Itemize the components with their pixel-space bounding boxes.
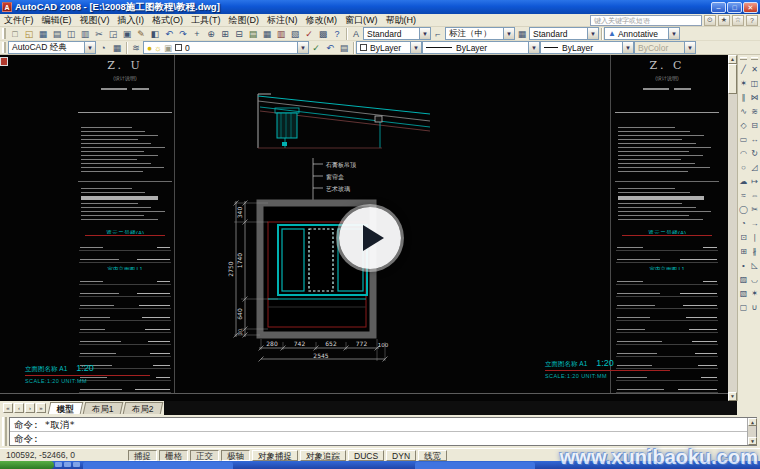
tab-model[interactable]: 模型 — [48, 402, 84, 414]
chevron-down-icon[interactable]: ▼ — [528, 42, 539, 53]
status-toggle[interactable]: 正交 — [190, 450, 219, 461]
quicklaunch-icon[interactable] — [73, 462, 80, 467]
construction-line-icon[interactable]: ✶ — [738, 76, 749, 90]
command-scrollbar[interactable]: ▲ ▼ — [747, 418, 756, 445]
status-toggle[interactable]: 对象捕捉 — [252, 450, 298, 461]
fillet-icon[interactable]: ◡ — [749, 272, 760, 286]
point-icon[interactable]: • — [738, 258, 749, 272]
communication-center-icon[interactable]: ★ — [718, 15, 730, 26]
chevron-down-icon[interactable]: ▼ — [503, 28, 514, 39]
designcenter-icon[interactable]: ▦ — [260, 27, 274, 40]
cut-icon[interactable]: ✂ — [92, 27, 106, 40]
tab-layout2[interactable]: 布局2 — [122, 402, 162, 414]
explode-icon[interactable]: ✶ — [749, 286, 760, 300]
arc-icon[interactable]: ◠ — [738, 146, 749, 160]
stretch-icon[interactable]: ↦ — [749, 174, 760, 188]
layer-properties-icon[interactable]: ≋ — [129, 41, 143, 54]
dim-style-icon[interactable]: ⌐ — [431, 27, 445, 40]
circle-icon[interactable]: ○ — [738, 160, 749, 174]
tab-layout1[interactable]: 布局1 — [83, 402, 123, 414]
tab-nav-arrow[interactable]: « — [3, 403, 13, 413]
toolbar-grip[interactable] — [751, 57, 758, 60]
start-button[interactable] — [0, 461, 54, 469]
chevron-down-icon[interactable]: ▼ — [419, 28, 430, 39]
plot-icon[interactable]: ▤ — [50, 27, 64, 40]
taskbar-item[interactable] — [415, 462, 535, 469]
new-icon[interactable]: □ — [8, 27, 22, 40]
workspace-combo[interactable]: AutoCAD 经典 ▼ — [8, 41, 96, 54]
tab-nav-arrow[interactable]: ‹ — [14, 403, 24, 413]
rectangle-icon[interactable]: ▭ — [738, 132, 749, 146]
toolbar-grip[interactable] — [2, 42, 6, 53]
layer-combo[interactable]: ●☼▣ 0 ▼ — [143, 41, 309, 54]
linetype-combo[interactable]: ByLayer ▼ — [422, 41, 540, 54]
scroll-up-icon[interactable]: ▲ — [748, 418, 757, 426]
zoom-window-icon[interactable]: ⊞ — [218, 27, 232, 40]
region-icon[interactable]: ▢ — [738, 300, 749, 314]
text-style-icon[interactable]: A — [349, 27, 363, 40]
layer-previous-icon[interactable]: ↶ — [323, 41, 337, 54]
chevron-down-icon[interactable]: ▼ — [668, 28, 679, 39]
restore-button[interactable]: □ — [727, 2, 742, 13]
infocenter-search-input[interactable]: 键入关键字或短语 — [590, 15, 702, 26]
layer-states-icon[interactable]: ▤ — [337, 41, 351, 54]
tab-nav-arrow[interactable]: » — [36, 403, 46, 413]
quicklaunch-icon[interactable] — [64, 462, 71, 467]
zoom-realtime-icon[interactable]: ⊕ — [204, 27, 218, 40]
lineweight-combo[interactable]: ByLayer ▼ — [540, 41, 634, 54]
ellipse-arc-icon[interactable]: ◔ — [738, 216, 749, 230]
trim-icon[interactable]: ✂ — [749, 202, 760, 216]
chevron-down-icon[interactable]: ▼ — [297, 42, 308, 53]
zoom-previous-icon[interactable]: ⊟ — [232, 27, 246, 40]
quicklaunch-icon[interactable] — [55, 462, 62, 467]
revision-cloud-icon[interactable]: ☁ — [738, 174, 749, 188]
scroll-up-icon[interactable]: ▲ — [728, 55, 737, 64]
table-style-combo[interactable]: Standard ▼ — [529, 27, 599, 40]
open-icon[interactable]: ◱ — [22, 27, 36, 40]
menu-item[interactable]: 绘图(D) — [225, 14, 264, 27]
menu-item[interactable]: 标注(N) — [263, 14, 302, 27]
scale-icon[interactable]: ◿ — [749, 160, 760, 174]
video-play-button[interactable] — [339, 207, 401, 269]
break-icon[interactable]: ∦ — [749, 244, 760, 258]
search-icon[interactable]: ⊙ — [704, 15, 716, 26]
menu-item[interactable]: 帮助(H) — [382, 14, 421, 27]
gradient-icon[interactable]: ▧ — [738, 286, 749, 300]
quickcalc-icon[interactable]: ▩ — [316, 27, 330, 40]
tool-palettes-icon[interactable]: ▥ — [274, 27, 288, 40]
status-toggle[interactable]: 捕捉 — [128, 450, 157, 461]
undo-icon[interactable]: ↶ — [162, 27, 176, 40]
chevron-down-icon[interactable]: ▼ — [587, 28, 598, 39]
publish-icon[interactable]: ▥ — [78, 27, 92, 40]
annotation-scale-combo[interactable]: ▲ Annotative ▼ — [604, 27, 680, 40]
properties-icon[interactable]: ▤ — [246, 27, 260, 40]
match-properties-icon[interactable]: ✎ — [134, 27, 148, 40]
help-icon[interactable]: ? — [746, 15, 758, 26]
menu-item[interactable]: 格式(O) — [148, 14, 187, 27]
status-toggle[interactable]: DYN — [386, 450, 416, 461]
workspace-save-icon[interactable]: ▦ — [110, 41, 124, 54]
command-window-grip[interactable] — [2, 417, 7, 446]
status-toggle[interactable]: DUCS — [348, 450, 384, 461]
polyline-icon[interactable]: ∿ — [738, 104, 749, 118]
chevron-down-icon[interactable]: ▼ — [622, 42, 633, 53]
status-toggle[interactable]: 对象追踪 — [300, 450, 346, 461]
erase-icon[interactable]: ✕ — [749, 62, 760, 76]
menu-item[interactable]: 修改(M) — [302, 14, 342, 27]
pan-icon[interactable]: + — [190, 27, 204, 40]
make-block-icon[interactable]: ⊞ — [738, 244, 749, 258]
scroll-down-icon[interactable]: ▼ — [728, 392, 737, 401]
redo-icon[interactable]: ↷ — [176, 27, 190, 40]
menu-item[interactable]: 工具(T) — [187, 14, 225, 27]
layer-unlock-icon[interactable]: ▣ — [164, 43, 172, 53]
layer-thaw-icon[interactable]: ☼ — [154, 43, 162, 53]
command-text-area[interactable]: 命令: *取消* 命令: ▲ ▼ — [9, 417, 757, 446]
status-toggle[interactable]: 极轴 — [221, 450, 250, 461]
block-editor-icon[interactable]: ◧ — [148, 27, 162, 40]
chamfer-icon[interactable]: ◺ — [749, 258, 760, 272]
layer-on-icon[interactable]: ● — [147, 43, 152, 53]
spline-icon[interactable]: ≈ — [738, 188, 749, 202]
help-icon-toolbar[interactable]: ? — [330, 27, 344, 40]
dim-style-combo[interactable]: 标注（中） ▼ — [445, 27, 515, 40]
taskbar-item[interactable] — [83, 462, 233, 469]
